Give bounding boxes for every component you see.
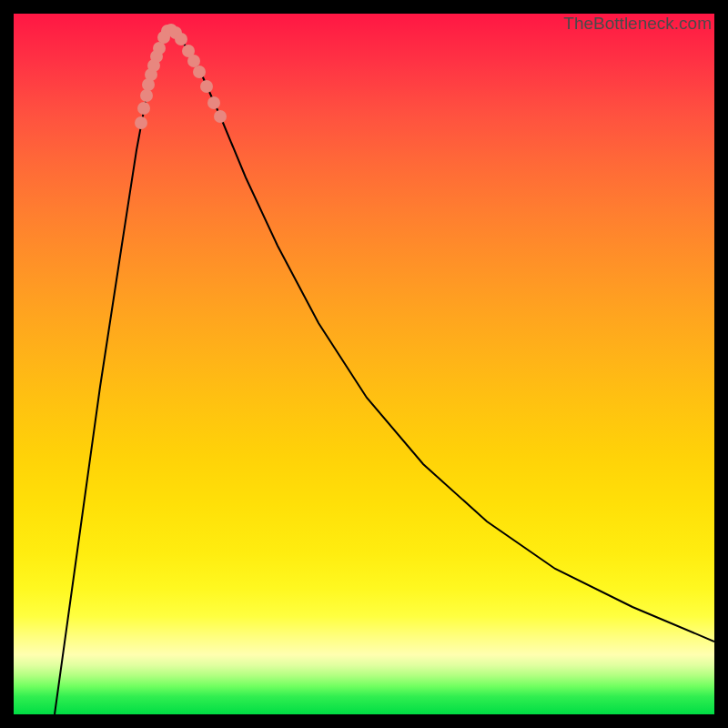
bottleneck-curve-svg (14, 14, 714, 714)
curve-marker (153, 42, 166, 55)
curve-marker (137, 102, 150, 115)
curve-marker (187, 55, 200, 67)
curve-marker (200, 80, 213, 93)
curve-marker (207, 96, 220, 109)
curve-markers (135, 24, 227, 129)
curve-marker (140, 89, 153, 102)
chart-background (14, 14, 714, 714)
watermark-text: TheBottleneck.com (563, 14, 712, 34)
curve-marker (135, 116, 147, 129)
bottleneck-curve (55, 30, 714, 714)
curve-marker (193, 66, 206, 78)
curve-marker (175, 33, 187, 46)
curve-marker (214, 110, 227, 123)
